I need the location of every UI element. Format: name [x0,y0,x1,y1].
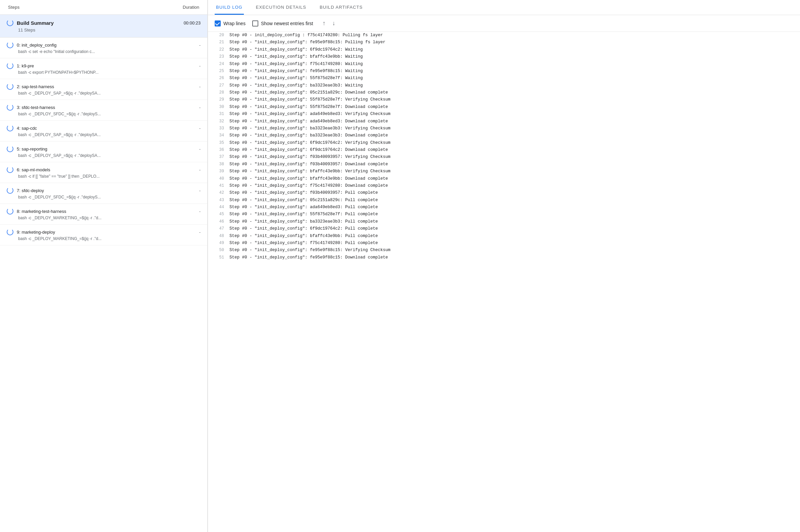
log-line-number: 41 [215,183,224,189]
log-line: 48 Step #0 - "init_deploy_config": bfaff… [208,233,800,240]
wrap-lines-label[interactable]: Wrap lines [215,20,245,26]
step-spinner-icon [7,166,14,173]
build-summary-title: Build Summary [7,19,54,26]
step-name: 0: init_deploy_config [17,42,57,48]
duration-column-header: Duration [183,5,199,10]
newest-entries-label[interactable]: Show newest entries first [252,20,313,26]
tab-build-artifacts[interactable]: BUILD ARTIFACTS [318,0,364,15]
step-name: 7: sfdc-deploy [17,188,44,193]
log-line-number: 21 [215,39,224,45]
step-duration: - [199,105,201,110]
log-line-number: 36 [215,147,224,153]
step-command: bash -c set -e echo "Initial configurati… [7,49,201,54]
log-line-text: Step #0 - "init_deploy_config": ada649eb… [229,204,378,210]
log-line-number: 33 [215,126,224,132]
log-line-number: 49 [215,240,224,246]
step-name: 1: k9-pre [17,63,34,69]
log-line-number: 39 [215,168,224,175]
log-line: 37 Step #0 - "init_deploy_config": f03b4… [208,154,800,160]
build-summary-duration: 00:00:23 [184,20,201,25]
step-row[interactable]: 7: sfdc-deploy - bash -c _DEPLOY_SFDC_=$… [0,183,207,204]
log-line-text: Step #0 - "init_deploy_config": fe95e9f8… [229,254,388,261]
log-line-number: 37 [215,154,224,160]
log-content[interactable]: 20 Step #0 - init_deploy_config : f75c41… [208,32,800,532]
step-row[interactable]: 9: marketing-deploy - bash -c _DEPLOY_MA… [0,225,207,245]
log-line-text: Step #0 - "init_deploy_config": bfaffc43… [229,176,388,182]
step-row[interactable]: 4: sap-cdc - bash -c _DEPLOY_SAP_=$(jq -… [0,121,207,141]
log-line-number: 43 [215,197,224,204]
log-line-text: Step #0 - "init_deploy_config": 55f875d2… [229,211,378,217]
log-line: 49 Step #0 - "init_deploy_config": f75c4… [208,240,800,247]
log-line: 28 Step #0 - "init_deploy_config": 05c21… [208,89,800,96]
log-line: 40 Step #0 - "init_deploy_config": bfaff… [208,175,800,182]
step-name: 8: marketing-test-harness [17,209,66,214]
log-line: 26 Step #0 - "init_deploy_config": 55f87… [208,75,800,82]
log-line-number: 27 [215,82,224,89]
log-line-number: 44 [215,204,224,210]
step-command: bash -c _DEPLOY_MARKETING_=$(jq -r ."d..… [7,215,201,220]
step-name: 2: sap-test-harness [17,84,54,89]
log-line: 33 Step #0 - "init_deploy_config": ba332… [208,125,800,132]
step-row[interactable]: 0: init_deploy_config - bash -c set -e e… [0,38,207,58]
log-line-text: Step #0 - "init_deploy_config": 55f875d2… [229,97,390,103]
right-panel: BUILD LOG EXECUTION DETAILS BUILD ARTIFA… [208,0,800,532]
log-line-text: Step #0 - init_deploy_config : f75c41749… [229,32,383,39]
log-line-text: Step #0 - "init_deploy_config": 6f9dc197… [229,226,378,232]
log-line-text: Step #0 - "init_deploy_config": 6f9dc197… [229,46,363,53]
steps-column-header: Steps [8,5,20,10]
step-spinner-icon [7,146,14,152]
log-line-text: Step #0 - "init_deploy_config": 55f875d2… [229,75,363,81]
log-line-number: 25 [215,68,224,74]
log-line: 20 Step #0 - init_deploy_config : f75c41… [208,32,800,39]
log-line-number: 45 [215,211,224,217]
log-line: 27 Step #0 - "init_deploy_config": ba332… [208,82,800,89]
log-line-number: 40 [215,176,224,182]
log-line-text: Step #0 - "init_deploy_config": ba3323ea… [229,82,363,89]
build-summary-row[interactable]: Build Summary 00:00:23 11 Steps [0,15,207,38]
step-duration: - [199,167,201,172]
step-command: bash -c _DEPLOY_SAP_=$(jq -r ."deploySA.… [7,153,201,158]
log-line-text: Step #0 - "init_deploy_config": f75c4174… [229,183,388,189]
log-line: 34 Step #0 - "init_deploy_config": ba332… [208,132,800,139]
step-name: 9: marketing-deploy [17,230,55,235]
step-spinner-icon [7,42,14,48]
newest-entries-checkbox[interactable] [252,20,258,26]
log-line-text: Step #0 - "init_deploy_config": fe95e9f8… [229,39,386,45]
log-line-text: Step #0 - "init_deploy_config": ada649eb… [229,111,390,117]
left-header: Steps Duration [0,0,207,15]
step-row[interactable]: 8: marketing-test-harness - bash -c _DEP… [0,204,207,225]
scroll-top-button[interactable]: ↑ [321,19,327,27]
step-row[interactable]: 2: sap-test-harness - bash -c _DEPLOY_SA… [0,79,207,100]
scroll-bottom-button[interactable]: ↓ [331,19,337,27]
step-row[interactable]: 3: sfdc-test-harness - bash -c _DEPLOY_S… [0,100,207,121]
tab-build-log[interactable]: BUILD LOG [215,0,244,15]
step-row[interactable]: 6: sap-ml-models - bash -c if [[ "false"… [0,162,207,183]
log-container: 20 Step #0 - init_deploy_config : f75c41… [208,32,800,261]
log-line-number: 50 [215,247,224,253]
log-line-text: Step #0 - "init_deploy_config": ba3323ea… [229,132,388,139]
log-line-text: Step #0 - "init_deploy_config": f75c4174… [229,240,378,246]
step-spinner-icon [7,125,14,131]
step-command: bash -c _DEPLOY_SAP_=$(jq -r ."deploySA.… [7,91,201,96]
step-name: 4: sap-cdc [17,126,37,131]
tab-execution-details[interactable]: EXECUTION DETAILS [255,0,308,15]
wrap-lines-checkbox[interactable] [215,20,221,26]
log-line-number: 30 [215,104,224,110]
log-line: 38 Step #0 - "init_deploy_config": f03b4… [208,161,800,168]
log-line-text: Step #0 - "init_deploy_config": 6f9dc197… [229,147,388,153]
step-row[interactable]: 1: k9-pre - bash -c export PYTHONPATH=$P… [0,58,207,79]
log-line-number: 46 [215,218,224,225]
log-line-number: 35 [215,140,224,146]
steps-list: Build Summary 00:00:23 11 Steps 0: init_… [0,15,207,532]
log-line-text: Step #0 - "init_deploy_config": 05c2151a… [229,197,378,204]
spinner-icon [7,19,14,26]
step-duration: - [199,209,201,214]
step-command: bash -c _DEPLOY_SFDC_=$(jq -r ."deployS.… [7,112,201,116]
step-row[interactable]: 5: sap-reporting - bash -c _DEPLOY_SAP_=… [0,141,207,162]
step-name: 3: sfdc-test-harness [17,105,55,110]
log-line-text: Step #0 - "init_deploy_config": bfaffc43… [229,168,390,175]
step-name: 6: sap-ml-models [17,167,50,172]
log-line-text: Step #0 - "init_deploy_config": bfaffc43… [229,233,378,239]
build-summary-steps-count: 11 Steps [7,27,201,33]
log-line-text: Step #0 - "init_deploy_config": f03b4009… [229,154,390,160]
